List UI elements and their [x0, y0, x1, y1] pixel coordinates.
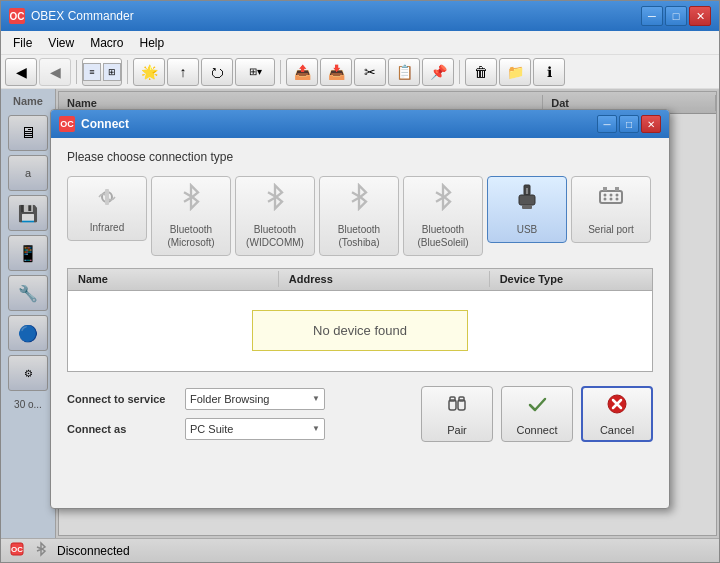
menu-macro[interactable]: Macro	[82, 34, 131, 52]
bt-ms-label: Bluetooth (Microsoft)	[156, 223, 226, 249]
bt-toshiba-label: Bluetooth (Toshiba)	[324, 223, 394, 249]
bt-toshiba-icon	[345, 183, 373, 219]
svg-rect-1	[105, 189, 109, 205]
connect-as-select[interactable]: PC Suite ▼	[185, 418, 325, 440]
usb-label: USB	[517, 223, 538, 236]
infrared-label: Infrared	[90, 221, 124, 234]
toolbar-btn-9[interactable]: 📌	[422, 58, 454, 86]
usb-icon	[513, 183, 541, 219]
cancel-button[interactable]: Cancel	[581, 386, 653, 442]
pair-button[interactable]: Pair	[421, 386, 493, 442]
toolbar: ◀ ◀ ≡ ⊞ 🌟 ↑ ⭮ ⊞▾ 📤 📥 ✂ 📋 📌 🗑 📁 ℹ	[1, 55, 719, 89]
connect-icon	[525, 392, 549, 421]
svg-rect-3	[519, 195, 535, 205]
dialog-controls: ─ □ ✕	[597, 115, 661, 133]
action-buttons: Pair Connect	[421, 386, 653, 442]
form-fields: Connect to service Folder Browsing ▼ Con…	[67, 388, 409, 440]
connect-as-value: PC Suite	[190, 423, 233, 435]
svg-point-10	[604, 198, 607, 201]
toolbar-btn-folder[interactable]: 📁	[499, 58, 531, 86]
toolbar-separator	[76, 60, 77, 84]
connect-service-label: Connect to service	[67, 393, 177, 405]
connect-button[interactable]: Connect	[501, 386, 573, 442]
connect-service-select[interactable]: Folder Browsing ▼	[185, 388, 325, 410]
dialog-icon: OC	[59, 116, 75, 132]
device-table: Name Address Device Type No device found	[67, 268, 653, 372]
toolbar-btn-info[interactable]: ℹ	[533, 58, 565, 86]
menu-file[interactable]: File	[5, 34, 40, 52]
dialog-overlay: OC Connect ─ □ ✕ Please choose connectio…	[1, 89, 719, 538]
device-table-body: No device found	[68, 291, 652, 371]
dialog-close[interactable]: ✕	[641, 115, 661, 133]
svg-rect-4	[522, 205, 532, 209]
dialog-instruction: Please choose connection type	[67, 150, 653, 164]
toolbar-btn-delete[interactable]: 🗑	[465, 58, 497, 86]
window-controls: ─ □ ✕	[641, 6, 711, 26]
col-device-name: Name	[68, 271, 279, 287]
main-window: OC OBEX Commander ─ □ ✕ File View Macro …	[0, 0, 720, 563]
minimize-button[interactable]: ─	[641, 6, 663, 26]
bt-ms-icon	[177, 183, 205, 219]
toolbar-btn-up[interactable]: ↑	[167, 58, 199, 86]
toolbar-btn-6[interactable]: 📥	[320, 58, 352, 86]
menu-bar: File View Macro Help	[1, 31, 719, 55]
toolbar-btn-1[interactable]: ◀	[5, 58, 37, 86]
conn-type-bt-ms[interactable]: Bluetooth (Microsoft)	[151, 176, 231, 256]
dialog-bottom: Connect to service Folder Browsing ▼ Con…	[67, 386, 653, 442]
svg-rect-5	[526, 188, 528, 194]
dialog-minimize[interactable]: ─	[597, 115, 617, 133]
toolbar-btn-7[interactable]: ✂	[354, 58, 386, 86]
app-icon: OC	[9, 8, 25, 24]
status-bar: OC Disconnected	[1, 538, 719, 562]
menu-view[interactable]: View	[40, 34, 82, 52]
toolbar-separator-3	[280, 60, 281, 84]
close-button[interactable]: ✕	[689, 6, 711, 26]
col-device-address: Address	[279, 271, 490, 287]
status-text: Disconnected	[57, 544, 130, 558]
svg-point-11	[610, 198, 613, 201]
conn-type-usb[interactable]: USB	[487, 176, 567, 243]
bt-bluesoleil-icon	[429, 183, 457, 219]
infrared-icon	[93, 183, 121, 217]
pair-label: Pair	[447, 424, 467, 436]
svg-rect-6	[600, 191, 622, 203]
content-area: Name 🖥 a 💾 📱 🔧 🔵 ⚙ 30 o... Name Dat OC	[1, 89, 719, 538]
conn-type-bt-bluesoleil[interactable]: Bluetooth (BlueSoleil)	[403, 176, 483, 256]
toolbar-btn-address[interactable]: 🌟	[133, 58, 165, 86]
svg-point-9	[616, 194, 619, 197]
connect-dialog: OC Connect ─ □ ✕ Please choose connectio…	[50, 109, 670, 509]
conn-type-bt-toshiba[interactable]: Bluetooth (Toshiba)	[319, 176, 399, 256]
conn-type-infrared[interactable]: Infrared	[67, 176, 147, 241]
main-title-bar: OC OBEX Commander ─ □ ✕	[1, 1, 719, 31]
col-device-type: Device Type	[490, 271, 652, 287]
dialog-title-bar: OC Connect ─ □ ✕	[51, 110, 669, 138]
svg-rect-16	[450, 397, 455, 401]
bt-bluesoleil-label: Bluetooth (BlueSoleil)	[408, 223, 478, 249]
svg-rect-18	[459, 397, 464, 401]
toolbar-btn-2[interactable]: ◀	[39, 58, 71, 86]
conn-type-serial[interactable]: Serial port	[571, 176, 651, 243]
connect-service-row: Connect to service Folder Browsing ▼	[67, 388, 409, 410]
toolbar-btn-8[interactable]: 📋	[388, 58, 420, 86]
bt-widcomm-icon	[261, 183, 289, 219]
toolbar-btn-refresh[interactable]: ⭮	[201, 58, 233, 86]
svg-rect-14	[615, 187, 619, 191]
chevron-down-icon-2: ▼	[312, 424, 320, 433]
toolbar-btn-5[interactable]: 📤	[286, 58, 318, 86]
svg-text:OC: OC	[11, 545, 23, 554]
connection-types: Infrared Bluetooth (Microsoft)	[67, 176, 653, 256]
serial-icon	[597, 183, 625, 219]
dialog-title: Connect	[81, 117, 597, 131]
toolbar-btn-3[interactable]: ≡ ⊞	[82, 58, 122, 86]
pair-icon	[445, 392, 469, 421]
menu-help[interactable]: Help	[131, 34, 172, 52]
toolbar-btn-4[interactable]: ⊞▾	[235, 58, 275, 86]
conn-type-bt-widcomm[interactable]: Bluetooth (WIDCOMM)	[235, 176, 315, 256]
connect-service-value: Folder Browsing	[190, 393, 269, 405]
dialog-content: Please choose connection type	[51, 138, 669, 454]
serial-label: Serial port	[588, 223, 634, 236]
maximize-button[interactable]: □	[665, 6, 687, 26]
svg-point-8	[610, 194, 613, 197]
device-table-header: Name Address Device Type	[68, 269, 652, 291]
dialog-maximize[interactable]: □	[619, 115, 639, 133]
